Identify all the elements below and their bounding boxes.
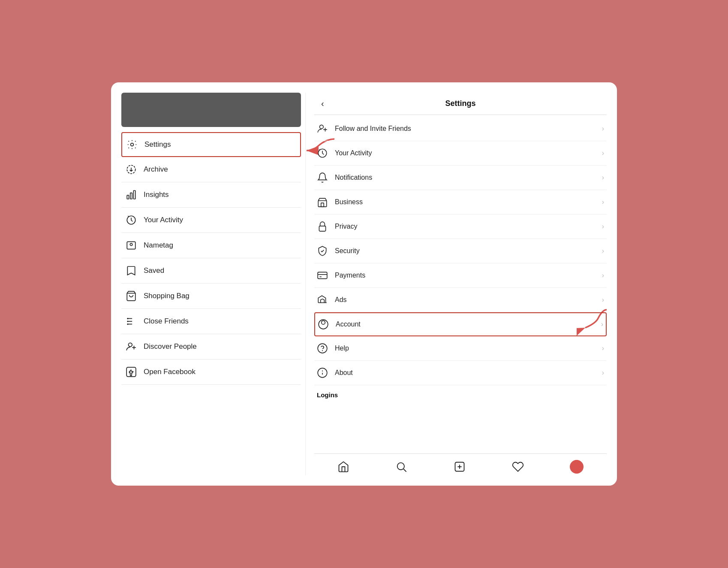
- sidebar-item-archive-label: Archive: [144, 165, 168, 174]
- notifications-icon: [317, 172, 328, 183]
- svg-point-34: [322, 320, 325, 324]
- sidebar-item-activity-label: Your Activity: [144, 216, 183, 224]
- help-icon: [317, 343, 328, 354]
- settings-item-account[interactable]: Account ›: [314, 312, 607, 336]
- profile-nav-avatar[interactable]: [570, 460, 584, 474]
- search-nav-icon[interactable]: [395, 461, 407, 473]
- nametag-icon: [126, 240, 137, 251]
- sidebar-item-nametag-label: Nametag: [144, 241, 173, 250]
- settings-item-notifications[interactable]: Notifications ›: [314, 166, 607, 190]
- chevron-right-icon: ›: [602, 125, 604, 133]
- svg-rect-28: [319, 226, 325, 231]
- sidebar-item-discover-people-label: Discover People: [144, 342, 197, 351]
- chevron-right-icon: ›: [602, 247, 604, 255]
- sidebar-item-insights[interactable]: Insights: [121, 182, 301, 208]
- chevron-right-icon: ›: [602, 223, 604, 230]
- chevron-right-icon: ›: [602, 198, 604, 206]
- chevron-right-icon: ›: [602, 369, 604, 377]
- settings-item-about[interactable]: About ›: [314, 361, 607, 385]
- settings-item-account-label: Account: [336, 320, 361, 328]
- settings-item-payments-label: Payments: [335, 272, 365, 279]
- sidebar-item-shopping-bag-label: Shopping Bag: [144, 292, 190, 300]
- chevron-right-icon: ›: [602, 272, 604, 279]
- activity-icon: [126, 215, 137, 226]
- svg-line-42: [404, 469, 406, 471]
- settings-item-activity-label: Your Activity: [335, 149, 372, 157]
- settings-item-help[interactable]: Help ›: [314, 336, 607, 361]
- chevron-right-icon: ›: [602, 296, 604, 304]
- archive-icon: [126, 164, 137, 175]
- settings-item-security[interactable]: Security ›: [314, 239, 607, 263]
- sidebar-item-close-friends[interactable]: Close Friends: [121, 309, 301, 334]
- settings-item-business[interactable]: Business ›: [314, 190, 607, 215]
- settings-item-privacy-label: Privacy: [335, 223, 357, 230]
- sidebar-item-discover-people[interactable]: Discover People: [121, 334, 301, 360]
- account-icon: [318, 319, 329, 330]
- sidebar-item-archive[interactable]: Archive: [121, 157, 301, 182]
- privacy-icon: [317, 221, 328, 232]
- settings-item-follow-invite[interactable]: Follow and Invite Friends ›: [314, 117, 607, 141]
- sidebar-item-saved[interactable]: Saved: [121, 258, 301, 284]
- svg-point-14: [127, 318, 128, 319]
- saved-icon: [126, 265, 137, 276]
- settings-header: ‹ Settings: [314, 93, 607, 115]
- activity-right-icon: [317, 148, 328, 159]
- follow-invite-icon: [317, 123, 328, 134]
- heart-nav-icon[interactable]: [512, 461, 524, 473]
- business-icon: [317, 196, 328, 208]
- logins-section-label: Logins: [314, 385, 607, 401]
- settings-item-about-label: About: [335, 369, 353, 377]
- svg-rect-20: [126, 367, 136, 377]
- payments-icon: [317, 270, 328, 281]
- sidebar-item-shopping-bag[interactable]: Shopping Bag: [121, 284, 301, 309]
- sidebar-item-settings[interactable]: Settings: [121, 132, 301, 157]
- chevron-right-icon: ›: [602, 174, 604, 181]
- svg-rect-4: [130, 193, 132, 199]
- svg-rect-26: [321, 203, 324, 207]
- settings-item-security-label: Security: [335, 247, 360, 255]
- chevron-right-icon: ›: [602, 149, 604, 157]
- right-panel: ‹ Settings Follow and Invite Friends › Y…: [314, 93, 607, 475]
- gear-icon: [126, 139, 138, 150]
- chevron-right-icon: ›: [602, 344, 604, 352]
- settings-item-notifications-label: Notifications: [335, 174, 372, 181]
- sidebar-item-open-facebook[interactable]: Open Facebook: [121, 360, 301, 385]
- facebook-icon: [126, 366, 137, 378]
- svg-point-16: [127, 323, 128, 325]
- bottom-nav-bar: [314, 453, 607, 475]
- ads-icon: [317, 294, 328, 305]
- discover-people-icon: [126, 341, 137, 352]
- settings-item-payments[interactable]: Payments ›: [314, 263, 607, 288]
- sidebar-item-nametag[interactable]: Nametag: [121, 233, 301, 258]
- add-nav-icon[interactable]: [454, 461, 466, 473]
- settings-item-business-label: Business: [335, 198, 363, 206]
- svg-point-36: [318, 344, 327, 353]
- home-nav-icon[interactable]: [337, 461, 349, 473]
- settings-item-ads-label: Ads: [335, 296, 347, 304]
- svg-point-21: [320, 125, 324, 129]
- settings-item-ads[interactable]: Ads ›: [314, 288, 607, 312]
- close-friends-icon: [126, 316, 137, 327]
- svg-point-0: [131, 143, 134, 146]
- svg-point-17: [129, 343, 132, 347]
- sidebar-item-settings-label: Settings: [144, 140, 171, 149]
- svg-point-15: [127, 320, 128, 322]
- sidebar-item-close-friends-label: Close Friends: [144, 317, 189, 326]
- svg-rect-3: [127, 195, 129, 199]
- settings-item-your-activity[interactable]: Your Activity ›: [314, 141, 607, 166]
- security-icon: [317, 245, 328, 257]
- svg-rect-5: [133, 190, 135, 199]
- svg-rect-25: [318, 201, 327, 207]
- sidebar-item-open-facebook-label: Open Facebook: [144, 368, 196, 376]
- profile-header-bar: [121, 93, 301, 127]
- settings-item-help-label: Help: [335, 344, 349, 352]
- svg-rect-29: [318, 272, 327, 278]
- svg-point-8: [130, 243, 132, 245]
- settings-item-privacy[interactable]: Privacy ›: [314, 215, 607, 239]
- sidebar-item-your-activity[interactable]: Your Activity: [121, 208, 301, 233]
- settings-item-follow-invite-label: Follow and Invite Friends: [335, 125, 411, 133]
- left-panel: Settings Archive: [121, 93, 306, 475]
- about-icon: [317, 367, 328, 378]
- back-button[interactable]: ‹: [314, 99, 331, 109]
- insights-icon: [126, 189, 137, 200]
